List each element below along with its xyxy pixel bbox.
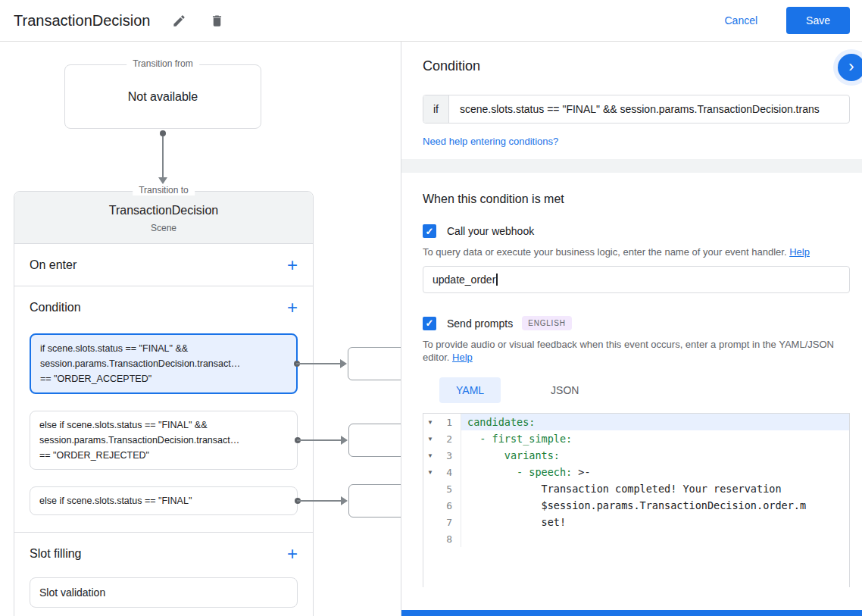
line-number: 3 [437,450,457,461]
line-number: 6 [437,500,457,511]
line-number: 8 [437,533,457,545]
prompts-description-text: To provide audio or visual feedback when… [423,339,834,363]
slot-validation-card[interactable]: Slot validation [30,577,298,608]
conditions-help-link[interactable]: Need help entering conditions? [423,136,850,147]
code-line-list: ▼1candidates:▼2 - first_simple:▼3 varian… [423,414,849,547]
top-bar: TransactionDecision Cancel Save [0,0,862,42]
prompts-checkbox-row: ✓ Send prompts ENGLISH [423,316,850,330]
scene-diagram-pane: Transition from Not available Transition… [0,42,401,616]
code-line: ▼4 - speech: >- [423,464,849,480]
editor-gutter: ▼2 [423,430,461,447]
scene-card-header[interactable]: TransactionDecision Scene [14,192,313,244]
condition-card[interactable]: if scene.slots.status == "FINAL" &&sessi… [30,333,298,394]
tab-json[interactable]: JSON [534,377,595,403]
slot-filling-label: Slot filling [30,547,81,561]
code-line: ▼3 variants: [423,447,849,464]
when-met-heading: When this condition is met [423,192,850,206]
code-line: 7 set! [423,514,849,530]
condition-card-text: else if scene.slots.status == "FINAL" &&… [39,417,288,463]
code-text [461,530,849,547]
editor-gutter: 8 [423,530,461,547]
webhook-checkbox-row: ✓ Call your webhook [423,224,850,238]
add-condition-button[interactable]: + [287,299,298,317]
condition-header-row: Condition › [423,58,850,77]
editor-gutter: ▼4 [423,464,461,480]
connector-line [297,500,345,502]
code-text: - first_simple: [461,430,849,447]
transition-target-node[interactable] [348,424,401,457]
prompts-description: To provide audio or visual feedback when… [423,338,847,364]
transition-to-box: Transition to TransactionDecision Scene … [14,191,314,616]
webhook-help-link[interactable]: Help [789,246,810,258]
fold-arrow-icon[interactable]: ▼ [423,436,437,442]
connector-arrowhead-icon [340,359,347,368]
code-text: $session.params.TransactionDecision.orde… [461,497,849,514]
chevron-right-icon: › [848,57,854,77]
condition-card-text: if scene.slots.status == "FINAL" &&sessi… [40,341,287,386]
save-button[interactable]: Save [786,7,850,34]
transition-target-node[interactable] [348,484,401,518]
tab-yaml[interactable]: YAML [439,377,501,403]
prompts-label: Send prompts [447,317,513,330]
language-badge: ENGLISH [522,316,572,330]
webhook-input-value: update_order [433,274,495,286]
webhook-description-text: To query data or execute your business l… [423,246,789,258]
if-prefix: if [423,95,449,123]
connector-arrowhead-icon [341,436,348,445]
section-divider [401,159,862,173]
add-slot-button[interactable]: + [287,545,298,563]
fold-arrow-icon[interactable]: ▼ [423,452,437,459]
transition-from-label: Transition from [126,58,199,69]
line-number: 4 [437,467,457,478]
yaml-code-editor[interactable]: ▼1candidates:▼2 - first_simple:▼3 varian… [423,413,850,587]
code-text: Transaction completed! Your reservation [461,480,849,497]
webhook-input[interactable]: update_order [423,266,850,293]
editor-gutter: 7 [423,514,461,530]
main-content: Transition from Not available Transition… [0,42,862,616]
code-line: ▼1candidates: [423,414,849,430]
on-enter-label: On enter [30,258,77,272]
connector-arrowhead-icon [341,496,348,505]
line-number: 1 [437,417,457,428]
transition-connector [158,130,168,186]
on-enter-section: On enter + [14,244,313,286]
editor-gutter: ▼3 [423,447,461,464]
fold-arrow-icon[interactable]: ▼ [423,419,437,426]
condition-heading: Condition [423,58,480,73]
collapse-panel-button[interactable]: › [838,54,862,81]
connector-dot [160,130,166,136]
cancel-button[interactable]: Cancel [724,14,757,27]
condition-expression-row: if scene.slots.status == "FINAL" && sess… [423,95,850,124]
transition-from-content: Not available [65,65,261,128]
code-text: candidates: [461,414,849,430]
prompts-checkbox[interactable]: ✓ [423,317,436,330]
transition-from-box: Transition from Not available [64,64,261,129]
fold-arrow-icon[interactable]: ▼ [423,469,437,476]
editor-tabs: YAML JSON [439,377,850,403]
code-text: set! [461,514,849,530]
condition-expression-input[interactable]: scene.slots.status == "FINAL" && session… [449,95,849,123]
line-number: 5 [437,483,457,495]
condition-card[interactable]: else if scene.slots.status == "FINAL" &&… [30,411,298,470]
transition-to-label: Transition to [133,185,195,195]
code-line: ▼2 - first_simple: [423,430,849,447]
webhook-checkbox[interactable]: ✓ [423,224,436,238]
prompts-help-link[interactable]: Help [452,352,473,363]
edit-icon[interactable] [170,11,188,30]
horizontal-scrollbar[interactable] [401,610,862,616]
condition-editor-pane: Condition › if scene.slots.status == "FI… [401,42,862,616]
add-on-enter-button[interactable]: + [287,256,298,274]
condition-card-text: else if scene.slots.status == "FINAL" [39,493,288,508]
code-line: 8 [423,530,849,547]
check-icon: ✓ [426,317,434,329]
transition-target-node[interactable] [348,347,401,380]
line-number: 2 [437,433,457,445]
scene-type: Scene [14,223,313,233]
delete-icon[interactable] [208,11,226,30]
check-icon: ✓ [426,226,434,237]
code-line: 6 $session.params.TransactionDecision.or… [423,497,849,514]
scene-name: TransactionDecision [14,204,313,217]
webhook-description: To query data or execute your business l… [423,245,847,258]
editor-gutter: 5 [423,480,461,497]
condition-card[interactable]: else if scene.slots.status == "FINAL" [30,486,298,515]
